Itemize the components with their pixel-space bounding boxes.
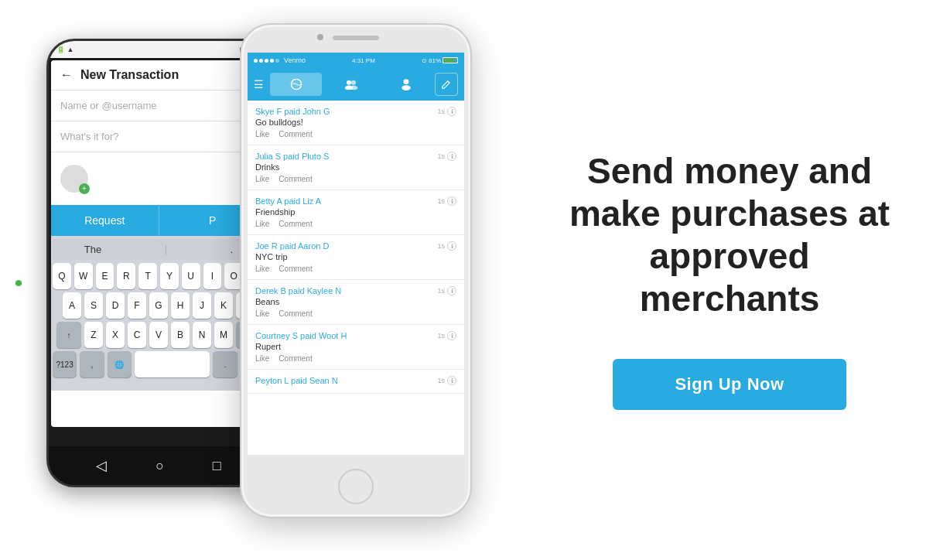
keyboard-row-1: Q W E R T Y U I O P: [53, 263, 265, 289]
android-screen: ← New Transaction Name or @username What…: [51, 60, 266, 427]
new-transaction-header: ← New Transaction: [51, 60, 266, 90]
key-t[interactable]: T: [138, 263, 157, 289]
info-icon-1[interactable]: ℹ: [447, 107, 456, 116]
key-globe[interactable]: 🌐: [108, 351, 132, 377]
key-d[interactable]: D: [106, 292, 125, 319]
android-home-btn[interactable]: ○: [156, 458, 164, 474]
feed-item-2: Julia S paid Pluto S 1s ℹ Drinks Like Co…: [248, 145, 464, 190]
comment-btn-5[interactable]: Comment: [279, 309, 312, 318]
signup-button[interactable]: Sign Up Now: [613, 359, 846, 410]
feed-item-7-name: Peyton L paid Sean N: [255, 376, 338, 385]
key-q[interactable]: Q: [53, 263, 71, 289]
nav-profile[interactable]: [380, 73, 432, 96]
feed-item-2-time: 1s ℹ: [437, 152, 456, 161]
key-z[interactable]: Z: [84, 322, 103, 348]
info-icon-3[interactable]: ℹ: [447, 196, 456, 206]
feed-item-4-time: 1s ℹ: [437, 241, 456, 251]
feed-item-1-actions: Like Comment: [255, 130, 456, 138]
nav-global-feed[interactable]: [270, 73, 322, 96]
what-for-field[interactable]: What's it for?: [51, 121, 266, 152]
feed-item-3-actions: Like Comment: [255, 220, 456, 228]
comment-btn-6[interactable]: Comment: [279, 354, 312, 363]
like-btn-6[interactable]: Like: [255, 354, 269, 363]
tagline-line1: Send money and: [587, 151, 872, 191]
suggestion-dot[interactable]: .: [231, 244, 234, 255]
request-button[interactable]: Request: [51, 205, 159, 236]
key-f[interactable]: F: [128, 292, 146, 319]
key-m[interactable]: M: [214, 322, 233, 348]
key-space[interactable]: [135, 351, 210, 377]
compose-button[interactable]: [435, 73, 458, 96]
carrier-name: Venmo: [284, 56, 306, 64]
right-section: Send money and make purchases at approve…: [526, 119, 933, 442]
back-arrow-icon[interactable]: ←: [60, 68, 73, 82]
info-icon-2[interactable]: ℹ: [447, 152, 456, 161]
android-status-bar: 🔋 ▲ ▶ ◀ ⊙: [49, 41, 268, 58]
key-b[interactable]: B: [171, 322, 190, 348]
iphone: Venmo 4:31 PM ⊙ 81% ☰: [240, 23, 472, 518]
feed-item-6-time: 1s ℹ: [437, 331, 456, 340]
feed-item-4-note: NYC trip: [255, 252, 456, 261]
key-c[interactable]: C: [128, 322, 146, 348]
key-y[interactable]: Y: [160, 263, 179, 289]
like-btn-2[interactable]: Like: [255, 175, 269, 183]
key-g[interactable]: G: [149, 292, 168, 319]
comment-btn-1[interactable]: Comment: [279, 130, 312, 138]
info-icon-5[interactable]: ℹ: [447, 286, 456, 295]
info-icon-4[interactable]: ℹ: [447, 241, 456, 251]
key-w[interactable]: W: [74, 263, 93, 289]
like-btn-1[interactable]: Like: [255, 130, 269, 138]
key-k[interactable]: K: [214, 292, 233, 319]
like-btn-4[interactable]: Like: [255, 265, 269, 273]
key-e[interactable]: E: [96, 263, 114, 289]
feed-item-1: Skye F paid John G 1s ℹ Go bulldogs! Lik…: [248, 101, 464, 145]
key-123[interactable]: ?123: [53, 351, 77, 377]
feed-item-5-note: Beans: [255, 297, 456, 306]
key-n[interactable]: N: [193, 322, 211, 348]
key-r[interactable]: R: [117, 263, 135, 289]
like-btn-3[interactable]: Like: [255, 220, 269, 228]
nav-friends-feed[interactable]: [325, 73, 377, 96]
green-dot-indicator: [15, 280, 22, 286]
key-j[interactable]: J: [193, 292, 211, 319]
comment-btn-3[interactable]: Comment: [279, 220, 312, 228]
suggestion-the[interactable]: The: [84, 244, 101, 255]
comment-btn-2[interactable]: Comment: [279, 175, 312, 183]
keyboard[interactable]: The | . Q W E R T Y U I O P: [51, 236, 266, 391]
info-icon-7[interactable]: ℹ: [447, 376, 456, 385]
key-comma[interactable]: ,: [80, 351, 104, 377]
venmo-feed: Skye F paid John G 1s ℹ Go bulldogs! Lik…: [248, 101, 464, 455]
key-v[interactable]: V: [149, 322, 168, 348]
feed-item-2-name: Julia S paid Pluto S: [255, 152, 329, 161]
info-icon-6[interactable]: ℹ: [447, 331, 456, 340]
iphone-screen: Venmo 4:31 PM ⊙ 81% ☰: [248, 53, 464, 455]
status-time: 4:31 PM: [352, 57, 375, 64]
android-phone: 🔋 ▲ ▶ ◀ ⊙ ← New Transaction Name or @use…: [46, 39, 271, 487]
key-s[interactable]: S: [84, 292, 103, 319]
comment-btn-4[interactable]: Comment: [279, 265, 312, 273]
keyboard-row-4: ?123 , 🌐 . ↵: [53, 351, 265, 377]
hamburger-icon[interactable]: ☰: [254, 78, 264, 90]
name-input-field[interactable]: Name or @username: [51, 90, 266, 121]
key-h[interactable]: H: [171, 292, 190, 319]
venmo-status-bar: Venmo 4:31 PM ⊙ 81%: [248, 53, 464, 68]
feed-item-1-time: 1s ℹ: [437, 107, 456, 116]
feed-item-5-time: 1s ℹ: [437, 286, 456, 295]
what-for-placeholder: What's it for?: [60, 131, 118, 142]
android-status-left: 🔋 ▲: [56, 46, 73, 53]
key-x[interactable]: X: [106, 322, 125, 348]
key-i[interactable]: I: [203, 263, 222, 289]
android-back-btn[interactable]: ◁: [96, 457, 107, 474]
key-shift[interactable]: ↑: [56, 322, 81, 348]
request-pay-bar: Request P: [51, 205, 266, 236]
feed-item-6-note: Rupert: [255, 342, 456, 351]
android-recents-btn[interactable]: □: [213, 458, 221, 474]
key-u[interactable]: U: [182, 263, 200, 289]
key-period[interactable]: .: [213, 351, 237, 377]
android-nav-bar: ◁ ○ □: [49, 446, 268, 485]
key-a[interactable]: A: [63, 292, 81, 319]
like-btn-5[interactable]: Like: [255, 309, 269, 318]
iphone-home-button[interactable]: [338, 469, 374, 504]
svg-point-5: [403, 79, 408, 84]
feed-item-5-actions: Like Comment: [255, 309, 456, 318]
